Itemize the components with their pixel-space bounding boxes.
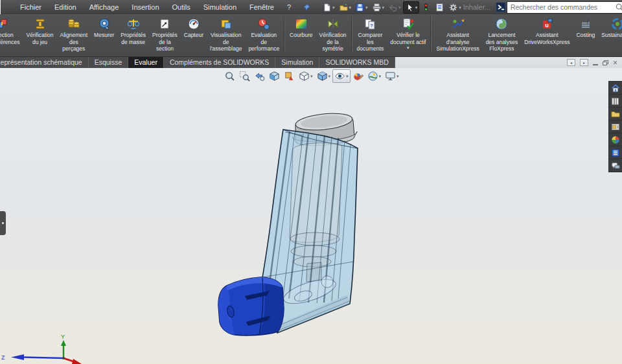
open-document-caret-icon[interactable]: ▾ [349, 5, 352, 10]
tab-solidworks-mbd[interactable]: SOLIDWORKS MBD [319, 57, 395, 68]
inhaler-3d-model[interactable] [0, 68, 622, 364]
menu-edition[interactable]: Edition [48, 0, 83, 14]
new-document-button[interactable]: ▾ [320, 1, 337, 14]
ribbon-button-sustainability[interactable]: Sustainability [598, 16, 622, 40]
pin-menu-icon[interactable] [303, 3, 311, 12]
section-view-button[interactable] [267, 69, 282, 83]
file-properties-button[interactable] [433, 1, 446, 14]
save-button[interactable]: ▾ [353, 1, 370, 14]
search-input[interactable] [507, 3, 615, 11]
ribbon-button-clearance-check[interactable]: Vérification du jeu [23, 16, 57, 46]
ribbon-button-sensor[interactable]: Capteur [181, 16, 207, 40]
verify-active-document-caret-icon[interactable]: ▾ [407, 46, 409, 50]
apply-scene-icon [367, 71, 378, 82]
section-properties-icon-wrap [158, 17, 171, 30]
taskpane-forum-button[interactable] [609, 159, 622, 172]
ribbon-button-performance-evaluation[interactable]: Evaluation de performance [245, 16, 282, 53]
menu-affichage[interactable]: Affichage [83, 0, 126, 14]
zoom-fit-button[interactable] [222, 69, 237, 83]
document-restore-button[interactable] [603, 59, 608, 67]
feature-manager-splitter[interactable] [0, 211, 6, 235]
taskpane-custom-properties-button[interactable] [609, 146, 622, 159]
tab-esquisse[interactable]: Esquisse [89, 57, 129, 68]
save-icon [355, 3, 365, 12]
save-caret-icon[interactable]: ▾ [365, 5, 368, 10]
ribbon-button-driveworksxpress[interactable]: uAssistant DriveWorksXpress [521, 16, 573, 46]
graphics-area[interactable]: ▾▾▾▾▾ Y Z [0, 68, 622, 364]
ribbon-button-section-properties[interactable]: Propriétés de la section [149, 16, 181, 53]
ribbon-button-floxpress[interactable]: Lancement des analyses FloXpress [483, 16, 522, 53]
menu-simulation[interactable]: Simulation [197, 0, 243, 14]
symmetry-check-icon-wrap [327, 17, 340, 30]
ribbon-button-compare-documents[interactable]: ?Comparer les documents [354, 16, 387, 53]
tab-repr-sentation-sch-matique[interactable]: Représentation schématique [0, 57, 89, 68]
undo-caret-icon[interactable]: ▾ [398, 5, 401, 10]
annotation-views-button[interactable] [282, 69, 297, 83]
traffic-light-button[interactable] [419, 1, 433, 14]
menu-insertion[interactable]: Insertion [125, 0, 165, 14]
view-settings-caret-icon[interactable]: ▾ [397, 74, 399, 78]
apply-scene-caret-icon[interactable]: ▾ [379, 74, 382, 78]
tab-compl-ments-de-solidworks[interactable]: Compléments de SOLIDWORKS [164, 57, 275, 68]
edit-appearance-button[interactable] [351, 69, 365, 83]
view-orientation-caret-icon[interactable]: ▾ [310, 74, 313, 78]
section-view-icon [269, 71, 280, 82]
document-close-button[interactable]: × [613, 59, 617, 67]
ribbon-button-curvature[interactable]: Courbure [286, 16, 316, 40]
view-settings-icon [385, 71, 396, 82]
select-cursor-button[interactable]: ▾ [403, 1, 420, 14]
previous-view-button[interactable] [252, 69, 267, 83]
file-properties-icon [435, 3, 444, 12]
taskpane-appearances-button[interactable] [609, 133, 622, 146]
apply-scene-button[interactable]: ▾ [365, 69, 384, 83]
ribbon-button-symmetry-check[interactable]: Vérification de la symétrie [316, 16, 350, 53]
ribbon-button-hole-alignment[interactable]: Alignement des perçages [57, 16, 91, 53]
next-document-button[interactable]: ▸ [580, 59, 588, 66]
ribbon-button-mass-properties[interactable]: Propriétés de masse [117, 16, 149, 46]
document-minimize-button[interactable] [593, 59, 598, 67]
ribbon-button-verify-active-document[interactable]: Vérifier le document actif▾ [387, 16, 429, 51]
home-icon [611, 84, 620, 93]
new-document-caret-icon[interactable]: ▾ [332, 5, 335, 10]
options-gear-caret-icon[interactable]: ▾ [459, 5, 461, 10]
document-minimize-icon [593, 64, 598, 65]
custom-properties-icon [611, 148, 620, 157]
print-caret-icon[interactable]: ▾ [382, 5, 385, 10]
hide-show-items-button[interactable]: ▾ [332, 69, 351, 83]
ribbon-label: Sustainability [601, 32, 622, 39]
hole-alignment-icon [67, 17, 80, 30]
menu-fichier[interactable]: Fichier [14, 0, 48, 14]
ribbon-button-assembly-visualization[interactable]: Visualisation de l'assemblage [207, 16, 245, 53]
document-restore-icon [603, 60, 608, 65]
curvature-icon-wrap [295, 17, 308, 30]
view-settings-button[interactable]: ▾ [383, 69, 401, 83]
menu-?[interactable]: ? [281, 0, 297, 14]
taskpane-view-palette-button[interactable] [609, 120, 622, 133]
ribbon-button-costing[interactable]: ƒCosting [573, 16, 598, 40]
taskpane-design-library-button[interactable] [609, 95, 622, 108]
magnifier-icon[interactable] [615, 3, 622, 12]
menu-fen-tre[interactable]: Fenêtre [243, 0, 281, 14]
view-orientation-button[interactable]: ▾ [297, 69, 315, 83]
options-gear-button[interactable]: ▾ [446, 1, 463, 14]
select-cursor-caret-icon[interactable]: ▾ [415, 5, 418, 10]
open-document-button[interactable]: ▾ [337, 1, 354, 14]
print-button[interactable]: ▾ [370, 1, 387, 14]
verify-active-document-icon-wrap [402, 17, 415, 30]
taskpane-file-explorer-button[interactable] [609, 108, 622, 120]
hide-show-items-caret-icon[interactable]: ▾ [346, 74, 349, 78]
search-box: ▾ [507, 1, 622, 14]
undo-button[interactable]: ▾ [386, 1, 403, 14]
ribbon-button-simulationxpress[interactable]: Assistant d'analyse SimulationXpress [433, 16, 482, 53]
display-style-button[interactable]: ▾ [315, 69, 333, 83]
display-style-caret-icon[interactable]: ▾ [328, 74, 331, 78]
previous-document-button[interactable]: ◂ [567, 59, 575, 66]
tab-evaluer[interactable]: Evaluer [128, 57, 164, 68]
menu-outils[interactable]: Outils [166, 0, 197, 14]
tab-simulation[interactable]: Simulation [275, 57, 319, 68]
command-manager-tabs: Représentation schématiqueEsquisseEvalue… [0, 57, 622, 68]
ribbon-button-interference-detection[interactable]: Détection d'interférences [0, 16, 23, 46]
ribbon-button-measure[interactable]: Mesurer [91, 16, 117, 40]
taskpane-home-button[interactable] [609, 82, 622, 95]
zoom-area-button[interactable] [237, 69, 252, 83]
